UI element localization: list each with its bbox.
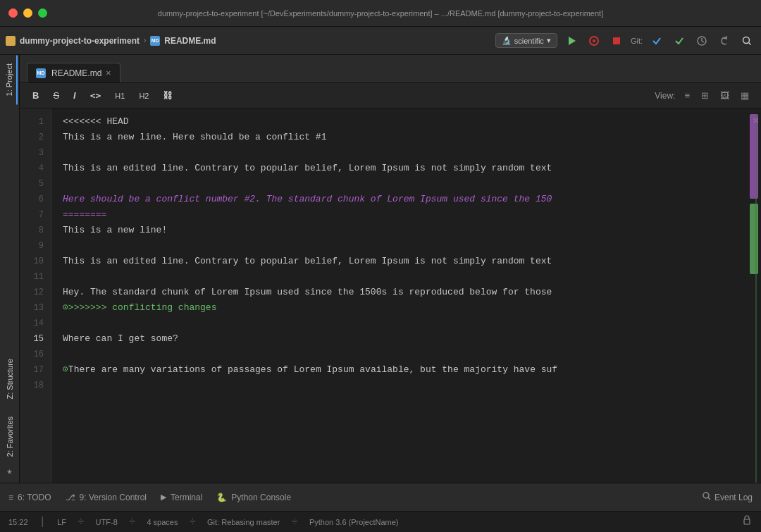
run-button[interactable] <box>563 32 580 49</box>
code-line-13: ⊙>>>>>>> conflicting changes <box>63 300 748 316</box>
breadcrumb-file[interactable]: MD README.md <box>150 36 216 46</box>
code-line-16 <box>63 347 748 362</box>
code-line-14 <box>63 316 748 331</box>
status-position: 15:22 <box>8 518 28 526</box>
vcs-tool[interactable]: ⎇ 9: Version Control <box>66 493 147 502</box>
line-num-17: 17 <box>20 362 44 378</box>
terminal-icon: ▶ <box>161 493 166 502</box>
svg-marker-0 <box>569 37 576 45</box>
todo-tool[interactable]: ≡ 6: TODO <box>8 493 51 502</box>
line-num-3: 3 <box>20 145 44 161</box>
python-tool[interactable]: 🐍 Python Console <box>216 493 291 502</box>
stop-button[interactable] <box>608 32 625 49</box>
format-bar: B S I <> H1 H2 ⛓ View: ≡ ⊞ 🖼 ▦ <box>20 83 761 109</box>
code-line-17: ⊙There are many variations of passages o… <box>63 362 748 378</box>
left-sidebar: 1: Project Z: Structure 2: Favorites ★ <box>0 55 20 483</box>
svg-line-6 <box>749 42 751 44</box>
python-label: Python Console <box>231 493 291 502</box>
favorites-star-icon[interactable]: ★ <box>6 465 12 477</box>
line-num-11: 11 <box>20 269 44 285</box>
profile-selector[interactable]: 🔬 scientific ▾ <box>495 33 557 48</box>
terminal-label: Terminal <box>171 493 202 502</box>
line-num-4: 4 <box>20 161 44 176</box>
bold-button[interactable]: B <box>28 88 43 103</box>
maximize-button[interactable] <box>38 8 47 18</box>
link-button[interactable]: ⛓ <box>159 88 176 103</box>
code-line-12: Hey. The standard chunk of Lorem Ipsum u… <box>63 285 748 300</box>
right-gutter: ✕ <box>748 109 761 483</box>
status-indent[interactable]: 4 spaces <box>147 518 178 526</box>
status-git[interactable]: Git: Rebasing master <box>207 518 280 526</box>
strikethrough-button[interactable]: S <box>49 88 63 103</box>
breadcrumb-separator: › <box>142 36 147 46</box>
sidebar-tab-favorites[interactable]: 2: Favorites <box>3 408 17 465</box>
title-bar: dummy-project-to-experiment [~/DevExperi… <box>0 0 761 27</box>
event-log-label: Event Log <box>714 493 753 502</box>
status-line-ending[interactable]: LF <box>57 518 66 526</box>
line-num-5: 5 <box>20 176 44 192</box>
window-controls[interactable] <box>8 8 47 18</box>
view-list-button[interactable]: ≡ <box>681 88 693 103</box>
svg-rect-9 <box>744 519 750 524</box>
editor-wrapper: MD README.md ✕ B S I <> H1 H2 ⛓ View: ≡ … <box>20 55 761 483</box>
search-button[interactable] <box>738 32 755 49</box>
code-lines[interactable]: <<<<<<< HEAD This is a new line. Here sh… <box>51 109 748 483</box>
line-num-16: 16 <box>20 347 44 362</box>
view-preview-button[interactable]: 🖼 <box>717 88 733 103</box>
folder-icon <box>6 36 16 46</box>
status-bar: 15:22 | LF ÷ UTF-8 ÷ 4 spaces ÷ Git: Reb… <box>0 511 761 532</box>
debug-button[interactable] <box>586 32 602 49</box>
code-button[interactable]: <> <box>86 88 106 103</box>
code-line-6: Here should be a conflict number #2. The… <box>63 192 748 207</box>
git-check-button[interactable] <box>648 32 665 49</box>
bottom-toolbar: ≡ 6: TODO ⎇ 9: Version Control ▶ Termina… <box>0 483 761 511</box>
tab-close-icon[interactable]: ✕ <box>106 68 111 78</box>
status-python[interactable]: Python 3.6 (ProjectName) <box>309 518 399 526</box>
git-rollback-button[interactable] <box>716 32 733 49</box>
tab-md-icon: MD <box>36 68 46 78</box>
h2-button[interactable]: H2 <box>135 89 153 102</box>
view-label: View: <box>655 91 675 101</box>
main-toolbar: dummy-project-to-experiment › MD README.… <box>0 27 761 55</box>
vertical-change-line <box>755 114 757 483</box>
git-push-button[interactable] <box>671 32 688 49</box>
code-line-9 <box>63 238 748 254</box>
conflict-marker-green <box>750 204 758 274</box>
line-num-10: 10 <box>20 254 44 269</box>
event-log-search-icon <box>702 491 712 503</box>
line-num-6: 6 <box>20 192 44 207</box>
status-encoding[interactable]: UTF-8 <box>96 518 118 526</box>
git-label: Git: <box>631 37 643 45</box>
line-num-12: 12 <box>20 285 44 300</box>
terminal-tool[interactable]: ▶ Terminal <box>161 493 202 502</box>
tab-label: README.md <box>51 68 101 78</box>
svg-rect-3 <box>613 37 620 44</box>
vcs-label: 9: Version Control <box>80 493 147 502</box>
code-line-10: This is an edited line. Contrary to popu… <box>63 254 748 269</box>
lock-icon <box>741 514 753 526</box>
line-num-8: 8 <box>20 223 44 238</box>
svg-line-8 <box>708 497 710 500</box>
sidebar-tab-project[interactable]: 1: Project <box>2 55 18 104</box>
toolbar-right: 🔬 scientific ▾ Git: <box>495 32 755 49</box>
line-num-13: 13 <box>20 300 44 316</box>
git-history-button[interactable] <box>693 32 710 49</box>
h1-button[interactable]: H1 <box>111 89 129 102</box>
line-num-18: 18 <box>20 378 44 393</box>
line-num-1: 1 <box>20 114 44 130</box>
breadcrumb: dummy-project-to-experiment › MD README.… <box>6 36 493 46</box>
minimize-button[interactable] <box>23 8 32 18</box>
svg-point-2 <box>593 39 595 42</box>
view-table-button[interactable]: ▦ <box>737 88 753 103</box>
sidebar-tab-structure[interactable]: Z: Structure <box>3 350 17 407</box>
event-log-button[interactable]: Event Log <box>702 491 753 503</box>
view-split-button[interactable]: ⊞ <box>698 88 712 103</box>
code-line-5 <box>63 176 748 192</box>
italic-button[interactable]: I <box>69 88 80 103</box>
md-file-icon: MD <box>150 36 160 46</box>
code-line-11 <box>63 269 748 285</box>
window-title: dummy-project-to-experiment [~/DevExperi… <box>158 9 603 18</box>
close-button[interactable] <box>8 8 18 18</box>
breadcrumb-project[interactable]: dummy-project-to-experiment <box>6 36 140 46</box>
tab-readme[interactable]: MD README.md ✕ <box>27 63 120 82</box>
